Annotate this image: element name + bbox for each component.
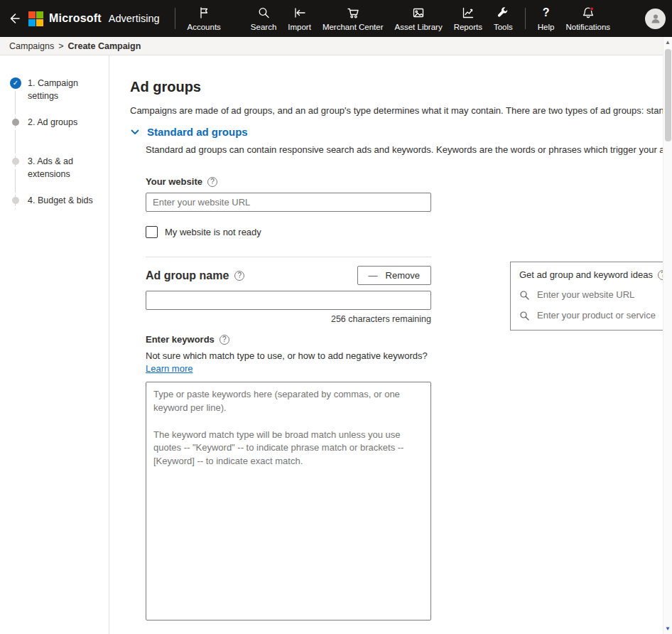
navbar-divider: [175, 8, 175, 29]
keywords-hint: Not sure which match type to use, or how…: [146, 350, 431, 361]
bell-icon: [581, 6, 595, 20]
minus-icon: —: [369, 270, 378, 281]
person-circle-icon: [649, 12, 662, 25]
nav-item-notifications[interactable]: Notifications: [560, 0, 616, 37]
help-icon[interactable]: ?: [207, 177, 217, 187]
nav-item-search[interactable]: Search: [245, 0, 282, 37]
nav-item-merchant-center[interactable]: Merchant Center: [317, 0, 389, 37]
ideas-product-input[interactable]: Enter your product or service: [511, 305, 672, 326]
main-panel: Ad groups Campaigns are made of ad group…: [109, 55, 663, 634]
profile-avatar[interactable]: [645, 9, 666, 29]
standard-ad-groups-toggle[interactable]: Standard ad groups: [130, 126, 248, 138]
website-not-ready-checkbox[interactable]: [146, 226, 158, 238]
ad-group-name-label: Ad group name: [146, 269, 229, 282]
wrench-icon: [496, 6, 510, 20]
search-icon: [519, 290, 529, 300]
ideas-product-placeholder: Enter your product or service: [537, 310, 656, 321]
scroll-down-arrow-icon[interactable]: ▼: [663, 623, 672, 634]
breadcrumb-current: Create Campaign: [68, 41, 141, 51]
nav-item-label: Reports: [454, 23, 482, 31]
back-arrow-icon: [7, 11, 21, 26]
page-description: Campaigns are made of ad groups, and an …: [130, 105, 663, 116]
section-title: Standard ad groups: [147, 126, 248, 138]
breadcrumb: Campaigns > Create Campaign: [0, 37, 663, 55]
keywords-textarea[interactable]: [146, 382, 431, 620]
ideas-website-placeholder: Enter your website URL: [537, 289, 634, 300]
nav-item-label: Import: [288, 23, 311, 31]
keyword-ideas-panel: Get ad group and keyword ideas ? Enter y…: [510, 262, 672, 331]
nav-item-import[interactable]: Import: [282, 0, 317, 37]
step-label: 3. Ads & ad extensions: [28, 155, 96, 181]
learn-more-link[interactable]: Learn more: [146, 363, 193, 374]
step-complete-check-icon: ✓: [10, 77, 21, 89]
nav-item-label: Asset Library: [395, 23, 443, 31]
image-icon: [411, 6, 426, 20]
step-budget-bids[interactable]: 4. Budget & bids: [0, 194, 109, 233]
nav-item-label: Merchant Center: [323, 23, 384, 31]
content-area: ✓ 1. Campaign settings 2. Ad groups 3. A…: [0, 55, 663, 634]
nav-item-label: Help: [538, 23, 555, 31]
breadcrumb-campaigns[interactable]: Campaigns: [9, 41, 54, 51]
microsoft-logo-icon: [28, 11, 43, 26]
form-divider: [146, 257, 431, 257]
help-icon[interactable]: ?: [234, 271, 244, 281]
website-not-ready-option[interactable]: My website is not ready: [146, 226, 261, 238]
nav-item-label: Notifications: [565, 23, 610, 31]
breadcrumb-separator: >: [58, 41, 63, 51]
brand-product: Advertising: [109, 13, 160, 24]
chevron-down-icon: [130, 127, 140, 137]
step-ad-groups[interactable]: 2. Ad groups: [0, 116, 109, 155]
characters-remaining: 256 characters remaining: [146, 314, 431, 324]
step-upcoming-dot-icon: [10, 195, 21, 206]
wizard-stepper: ✓ 1. Campaign settings 2. Ad groups 3. A…: [0, 55, 109, 634]
vertical-scrollbar: ▲ ▼: [663, 37, 672, 634]
nav-item-asset-library[interactable]: Asset Library: [389, 0, 448, 37]
nav-item-tools[interactable]: Tools: [488, 0, 519, 37]
step-label: 1. Campaign settings: [28, 77, 96, 102]
ad-group-form: Your website ? My website is not ready A…: [146, 176, 431, 620]
step-current-dot-icon: [10, 117, 21, 128]
nav-item-label: Search: [251, 23, 276, 31]
nav-item-label: Tools: [494, 23, 513, 31]
your-website-label: Your website: [146, 176, 202, 187]
navbar-divider: [525, 8, 526, 29]
nav-item-label: Accounts: [188, 23, 221, 31]
ideas-panel-title: Get ad group and keyword ideas: [519, 269, 653, 280]
brand[interactable]: Microsoft Advertising: [28, 11, 168, 26]
section-description: Standard ad groups can contain responsiv…: [146, 144, 663, 155]
step-campaign-settings[interactable]: ✓ 1. Campaign settings: [0, 77, 109, 116]
enter-keywords-label: Enter keywords: [146, 334, 215, 345]
step-ads-extensions[interactable]: 3. Ads & ad extensions: [0, 155, 109, 194]
chart-icon: [461, 6, 475, 20]
question-icon: ?: [543, 6, 550, 20]
step-label: 4. Budget & bids: [28, 194, 93, 207]
cart-icon: [346, 6, 360, 20]
remove-ad-group-button[interactable]: — Remove: [357, 266, 431, 285]
nav-item-accounts[interactable]: Accounts: [182, 0, 227, 37]
website-url-input[interactable]: [146, 193, 431, 212]
step-upcoming-dot-icon: [10, 156, 21, 167]
page-title: Ad groups: [130, 79, 663, 95]
ad-group-name-input[interactable]: [146, 291, 431, 310]
brand-name: Microsoft: [49, 12, 102, 25]
scrollbar-thumb[interactable]: [665, 49, 671, 141]
nav-item-reports[interactable]: Reports: [448, 0, 488, 37]
search-icon: [256, 6, 271, 20]
accounts-flag-icon: [197, 6, 211, 20]
nav-item-help[interactable]: ? Help: [532, 0, 560, 37]
step-label: 2. Ad groups: [28, 116, 77, 129]
top-navbar: Microsoft Advertising Accounts Search Im…: [0, 0, 672, 37]
import-icon: [293, 6, 307, 20]
search-icon: [519, 311, 529, 321]
ideas-website-input[interactable]: Enter your website URL: [511, 284, 672, 305]
back-button[interactable]: [0, 0, 28, 37]
remove-button-label: Remove: [386, 270, 420, 281]
help-icon[interactable]: ?: [220, 335, 229, 345]
website-not-ready-label: My website is not ready: [165, 227, 261, 237]
scroll-up-arrow-icon[interactable]: ▲: [663, 37, 672, 48]
